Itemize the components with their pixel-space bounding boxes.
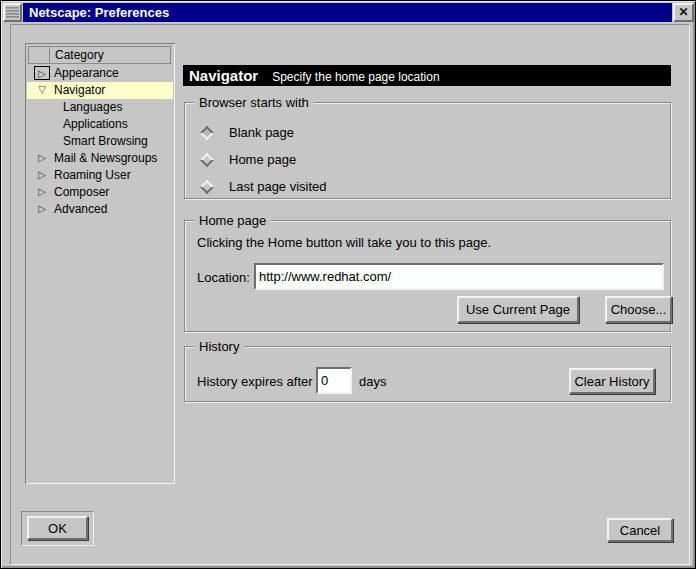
- window-title[interactable]: Netscape: Preferences: [23, 3, 672, 22]
- cancel-button[interactable]: Cancel: [607, 518, 673, 542]
- group-legend: History: [194, 339, 244, 354]
- preferences-window: Netscape: Preferences ✕ Category ▷ Appea…: [0, 0, 696, 569]
- radio-label[interactable]: Blank page: [229, 124, 294, 142]
- sidebar-item-applications[interactable]: Applications: [27, 116, 173, 133]
- close-icon: ✕: [678, 5, 688, 19]
- history-expires-label: History expires after: [197, 374, 313, 389]
- radio-label[interactable]: Last page visited: [229, 178, 327, 196]
- expanded-triangle-icon[interactable]: ▽: [34, 83, 50, 97]
- section-title: Navigator: [189, 65, 258, 86]
- history-days-input[interactable]: [316, 367, 352, 394]
- sidebar-item-languages[interactable]: Languages: [27, 99, 173, 116]
- use-current-page-button[interactable]: Use Current Page: [457, 296, 579, 323]
- sidebar-item-navigator[interactable]: ▽ Navigator: [27, 82, 173, 99]
- sidebar-item-roaming-user[interactable]: ▷ Roaming User: [27, 167, 173, 184]
- window-menu-icon: [6, 6, 19, 19]
- category-tree-panel: Category ▷ Appearance ▽ Navigator Langua…: [25, 43, 175, 484]
- sidebar-item-label[interactable]: Applications: [63, 116, 128, 133]
- days-label: days: [359, 374, 386, 389]
- sidebar-item-label[interactable]: Composer: [54, 184, 109, 201]
- collapsed-triangle-icon[interactable]: ▷: [34, 185, 50, 199]
- radio-selected-icon[interactable]: [200, 126, 214, 140]
- history-group: History History expires after days Clear…: [184, 346, 671, 402]
- sidebar-item-mail-newsgroups[interactable]: ▷ Mail & Newsgroups: [27, 150, 173, 167]
- ok-default-frame: OK: [21, 511, 94, 546]
- ok-button[interactable]: OK: [27, 516, 88, 540]
- sidebar-item-label[interactable]: Roaming User: [54, 167, 131, 184]
- category-header-label: Category: [55, 47, 104, 63]
- close-button[interactable]: ✕: [673, 3, 694, 22]
- sidebar-item-label[interactable]: Advanced: [54, 201, 107, 218]
- collapsed-triangle-icon[interactable]: ▷: [34, 202, 50, 216]
- sidebar-item-label[interactable]: Smart Browsing: [63, 133, 148, 150]
- collapsed-triangle-icon[interactable]: ▷: [34, 66, 50, 80]
- group-legend: Home page: [194, 213, 271, 228]
- category-header: Category: [28, 46, 171, 64]
- collapsed-triangle-icon[interactable]: ▷: [34, 168, 50, 182]
- sidebar-item-label[interactable]: Languages: [63, 99, 122, 116]
- sidebar-item-label[interactable]: Appearance: [54, 65, 119, 82]
- sidebar-item-appearance[interactable]: ▷ Appearance: [27, 65, 173, 82]
- sidebar-item-composer[interactable]: ▷ Composer: [27, 184, 173, 201]
- sidebar-item-label[interactable]: Navigator: [54, 82, 105, 99]
- radio-label[interactable]: Home page: [229, 151, 296, 169]
- radio-unselected-icon[interactable]: [200, 180, 214, 194]
- home-page-group: Home page Clicking the Home button will …: [184, 220, 671, 332]
- sidebar-item-label[interactable]: Mail & Newsgroups: [54, 150, 157, 167]
- radio-unselected-icon[interactable]: [200, 153, 214, 167]
- home-page-description: Clicking the Home button will take you t…: [197, 235, 491, 250]
- section-subtitle: Specify the home page location: [272, 70, 439, 84]
- category-header-divider: [49, 47, 50, 63]
- window-menu-button[interactable]: [3, 3, 22, 22]
- group-legend: Browser starts with: [194, 95, 314, 110]
- location-label: Location:: [197, 270, 250, 285]
- collapsed-triangle-icon[interactable]: ▷: [34, 151, 50, 165]
- choose-button[interactable]: Choose...: [605, 296, 672, 323]
- browser-starts-group: Browser starts with Blank page Home page…: [184, 102, 671, 199]
- location-input[interactable]: [254, 263, 664, 290]
- section-header: Navigator Specify the home page location: [183, 65, 671, 86]
- sidebar-item-smart-browsing[interactable]: Smart Browsing: [27, 133, 173, 150]
- clear-history-button[interactable]: Clear History: [569, 368, 655, 394]
- sidebar-item-advanced[interactable]: ▷ Advanced: [27, 201, 173, 218]
